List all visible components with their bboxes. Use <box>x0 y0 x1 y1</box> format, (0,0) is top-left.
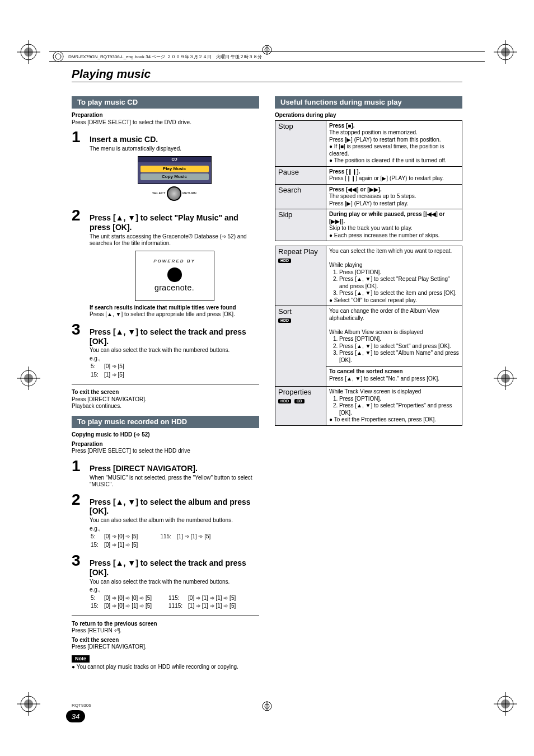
registration-mark-icon <box>17 692 40 716</box>
row-body: During play or while paused, press [|◀◀]… <box>326 209 462 241</box>
cd-menu-item: Copy Music <box>140 173 209 180</box>
step-number: 1 <box>72 129 84 145</box>
note-badge: Note <box>72 655 90 663</box>
row-body: Press [■]. The stopped position is memor… <box>326 120 462 166</box>
svg-point-1 <box>55 54 61 59</box>
step-title: Press [DIRECT NAVIGATOR]. <box>90 464 259 473</box>
hdd-step-1: 1 Press [DIRECT NAVIGATOR]. When "MUSIC"… <box>72 458 259 489</box>
step-number: 3 <box>72 553 84 569</box>
spine-mark-icon <box>53 51 64 62</box>
content-columns: To play music CD Preparation Press [DRIV… <box>72 96 462 722</box>
return-text: Press [RETURN ⏎]. <box>72 627 259 635</box>
eg-table: 5:[0] ➾ [0] ➾ [0] ➾ [5] 115:[0] ➾ [1] ➾ … <box>90 594 241 611</box>
row-body: You can select the item which you want t… <box>326 246 462 306</box>
registration-mark-icon <box>17 367 40 390</box>
eg-key: 115: <box>160 533 175 541</box>
cd-menu-item: Play Music <box>140 166 209 172</box>
exit-heading: To exit the screen <box>72 389 259 396</box>
table-row: Properties HDD CD While Track View scree… <box>275 387 462 426</box>
table-row: Stop Press [■]. The stopped position is … <box>275 120 462 166</box>
eg-label: e.g., <box>90 355 259 363</box>
note-text: ● You cannot play music tracks on HDD wh… <box>72 664 259 671</box>
svg-point-0 <box>53 51 63 62</box>
operations-heading: Operations during play <box>275 112 462 119</box>
preparation-heading: Preparation <box>72 441 259 448</box>
row-label: Sort HDD <box>275 306 326 387</box>
cd-menu-figure: CD Play Music Copy Music <box>138 156 212 185</box>
manual-page: DMR-EX79GN_RQT9306-L_eng.book 34 ページ ２００… <box>0 0 534 756</box>
hdd-chip: HDD <box>278 259 291 263</box>
step-subtext: You can also select the album with the n… <box>90 517 259 524</box>
operations-table-2: Repeat Play HDD You can select the item … <box>275 246 462 426</box>
registration-mark-icon <box>17 40 40 64</box>
operations-table: Stop Press [■]. The stopped position is … <box>275 120 462 242</box>
step-number: 2 <box>72 208 84 223</box>
select-label: SELECT <box>152 192 165 195</box>
step-number: 1 <box>72 458 84 474</box>
step-subtext: The menu is automatically displayed. <box>90 145 259 153</box>
step-title: Insert a music CD. <box>90 135 259 144</box>
row-label: Pause <box>275 166 326 184</box>
eg-label: e.g., <box>90 586 259 594</box>
table-row: Repeat Play HDD You can select the item … <box>275 246 462 306</box>
exit-text: Playback continues. <box>72 403 259 410</box>
hdd-step-2: 2 Press [▲, ▼] to select the album and p… <box>72 492 259 550</box>
hdd-chip: HDD <box>278 318 291 323</box>
eg-value: [0] ➾ [0] ➾ [1] ➾ [5] <box>104 603 156 610</box>
hdd-chip: HDD <box>278 399 291 403</box>
row-body: Press [❙❙]. Press [❙❙] again or [▶] (PLA… <box>326 166 462 184</box>
eg-key: 5: <box>91 533 103 541</box>
multiple-titles-note-text: Press [▲, ▼] to select the appropriate t… <box>90 311 259 318</box>
eg-value: [1] ➾ [1] ➾ [1] ➾ [5] <box>188 603 240 610</box>
gracenote-name: gracenote. <box>154 283 194 293</box>
eg-value: [0] ➾ [0] ➾ [5] <box>104 533 142 541</box>
eg-value: [1] ➾ [1] ➾ [5] <box>177 533 215 541</box>
gracenote-powered-by: POWERED BY <box>153 259 195 264</box>
cd-menu-header: CD <box>138 157 211 163</box>
eg-key: 15: <box>91 372 103 379</box>
preparation-heading: Preparation <box>72 112 259 119</box>
step-1: 1 Insert a music CD. The menu is automat… <box>72 129 259 204</box>
row-label: Repeat Play HDD <box>275 246 326 306</box>
step-subtext: The unit starts accessing the Gracenote®… <box>90 233 259 247</box>
eg-key: 5: <box>91 595 103 602</box>
eg-value: [0] ➾ [1] ➾ [1] ➾ [5] <box>188 595 240 602</box>
step-subtext: You can also select the track with the n… <box>90 579 259 586</box>
eg-value: [0] ➾ [0] ➾ [0] ➾ [5] <box>104 595 156 602</box>
step-number: 2 <box>72 492 84 508</box>
eg-table: 5:[0] ➾ [5] 15:[1] ➾ [5] <box>90 362 130 379</box>
eg-table: 5:[0] ➾ [0] ➾ [5] 115:[1] ➾ [1] ➾ [5] 15… <box>90 532 216 550</box>
section-heading: To play music CD <box>72 96 259 109</box>
exit-text: Press [DIRECT NAVIGATOR]. <box>72 396 259 403</box>
section-heading: To play music recorded on HDD <box>72 416 259 428</box>
gracenote-figure: POWERED BY gracenote. <box>135 251 214 301</box>
eg-key: 5: <box>91 363 103 370</box>
registration-mark-icon <box>494 692 517 716</box>
step-title: Press [▲, ▼] to select the track and pre… <box>90 327 259 346</box>
step-title: Press [▲, ▼] to select the track and pre… <box>90 558 259 577</box>
step-3: 3 Press [▲, ▼] to select the track and p… <box>72 322 259 380</box>
table-row: Pause Press [❙❙]. Press [❙❙] again or [▶… <box>275 166 462 184</box>
row-label: Stop <box>275 120 326 166</box>
header-strip-text: DMR-EX79GN_RQT9306-L_eng.book 34 ページ ２００… <box>68 54 262 60</box>
row-label: Search <box>275 184 326 209</box>
divider <box>72 384 259 384</box>
exit-heading: To exit the screen <box>72 637 259 644</box>
eg-label: e.g., <box>90 525 259 533</box>
preparation-text: Press [DRIVE SELECT] to select the HDD d… <box>72 448 259 455</box>
eg-value: [0] ➾ [1] ➾ [5] <box>104 542 142 549</box>
eg-key: 15: <box>91 603 103 610</box>
rqt-code: RQT9306 <box>72 703 91 708</box>
table-row: Sort HDD You can change the order of the… <box>275 306 462 387</box>
eg-value: [1] ➾ [5] <box>104 372 129 379</box>
step-number: 3 <box>72 322 84 337</box>
left-column: To play music CD Preparation Press [DRIV… <box>72 96 259 722</box>
spine-mark-icon <box>259 45 275 55</box>
page-title: Playing music <box>72 67 462 82</box>
section-heading: Useful functions during music play <box>275 96 462 109</box>
select-dial-figure: SELECT RETURN <box>90 186 259 201</box>
row-label: Skip <box>275 209 326 241</box>
eg-key: 115: <box>168 595 187 602</box>
table-row: Search Press [◀◀] or [▶▶]. The speed inc… <box>275 184 462 209</box>
step-subtext: You can also select the track with the n… <box>90 347 259 354</box>
